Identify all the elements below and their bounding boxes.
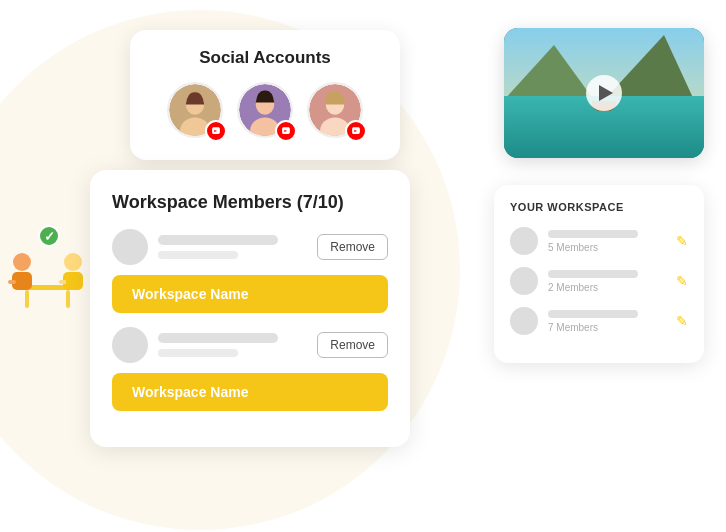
yw-avatar-2 bbox=[510, 267, 538, 295]
member-name-bar-2 bbox=[158, 333, 278, 343]
video-card[interactable] bbox=[504, 28, 704, 158]
member-name-bar-1 bbox=[158, 235, 278, 245]
yw-members-1: 5 Members bbox=[548, 242, 666, 253]
svg-rect-15 bbox=[24, 274, 29, 286]
play-triangle-icon bbox=[599, 85, 613, 101]
yw-name-bar-1 bbox=[548, 230, 638, 238]
yw-members-2: 2 Members bbox=[548, 282, 666, 293]
svg-rect-11 bbox=[66, 290, 70, 308]
member-info-1 bbox=[158, 235, 307, 259]
yw-info-3: 7 Members bbox=[548, 310, 666, 333]
edit-icon-1[interactable]: ✎ bbox=[676, 233, 688, 249]
youtube-badge-2 bbox=[275, 120, 297, 142]
svg-rect-10 bbox=[25, 290, 29, 308]
video-background bbox=[504, 28, 704, 158]
svg-rect-19 bbox=[66, 274, 71, 286]
yw-row-2: 2 Members ✎ bbox=[510, 267, 688, 295]
yw-avatar-1 bbox=[510, 227, 538, 255]
yw-info-2: 2 Members bbox=[548, 270, 666, 293]
your-workspace-card: YOUR WORKSPACE 5 Members ✎ 2 Members ✎ 7… bbox=[494, 185, 704, 363]
yw-avatar-3 bbox=[510, 307, 538, 335]
workspace-name-button-1[interactable]: Workspace Name bbox=[112, 275, 388, 313]
member-row-1: Remove bbox=[112, 229, 388, 265]
member-avatar-2 bbox=[112, 327, 148, 363]
play-button[interactable] bbox=[586, 75, 622, 111]
yw-row-3: 7 Members ✎ bbox=[510, 307, 688, 335]
member-info-2 bbox=[158, 333, 307, 357]
remove-button-2[interactable]: Remove bbox=[317, 332, 388, 358]
member-row-2: Remove bbox=[112, 327, 388, 363]
member-avatar-1 bbox=[112, 229, 148, 265]
video-mountain-left bbox=[504, 45, 594, 100]
yw-name-bar-2 bbox=[548, 270, 638, 278]
remove-button-1[interactable]: Remove bbox=[317, 234, 388, 260]
svg-point-16 bbox=[64, 253, 82, 271]
yw-info-1: 5 Members bbox=[548, 230, 666, 253]
social-avatars-list bbox=[152, 82, 378, 138]
members-title: Workspace Members (7/10) bbox=[112, 192, 388, 213]
youtube-badge-3 bbox=[345, 120, 367, 142]
check-badge: ✓ bbox=[38, 225, 60, 247]
check-icon: ✓ bbox=[44, 229, 55, 244]
yw-name-bar-3 bbox=[548, 310, 638, 318]
svg-rect-14 bbox=[8, 280, 16, 284]
edit-icon-2[interactable]: ✎ bbox=[676, 273, 688, 289]
your-workspace-title: YOUR WORKSPACE bbox=[510, 201, 688, 213]
avatar-3 bbox=[307, 82, 363, 138]
workspace-members-card: Workspace Members (7/10) Remove Workspac… bbox=[90, 170, 410, 447]
youtube-badge-1 bbox=[205, 120, 227, 142]
member-sub-bar-2 bbox=[158, 349, 238, 357]
svg-rect-18 bbox=[59, 280, 67, 284]
yw-row-1: 5 Members ✎ bbox=[510, 227, 688, 255]
yw-members-3: 7 Members bbox=[548, 322, 666, 333]
edit-icon-3[interactable]: ✎ bbox=[676, 313, 688, 329]
avatar-2 bbox=[237, 82, 293, 138]
social-accounts-card: Social Accounts bbox=[130, 30, 400, 160]
workspace-name-button-2[interactable]: Workspace Name bbox=[112, 373, 388, 411]
social-accounts-title: Social Accounts bbox=[152, 48, 378, 68]
avatar-1 bbox=[167, 82, 223, 138]
svg-point-12 bbox=[13, 253, 31, 271]
member-sub-bar-1 bbox=[158, 251, 238, 259]
